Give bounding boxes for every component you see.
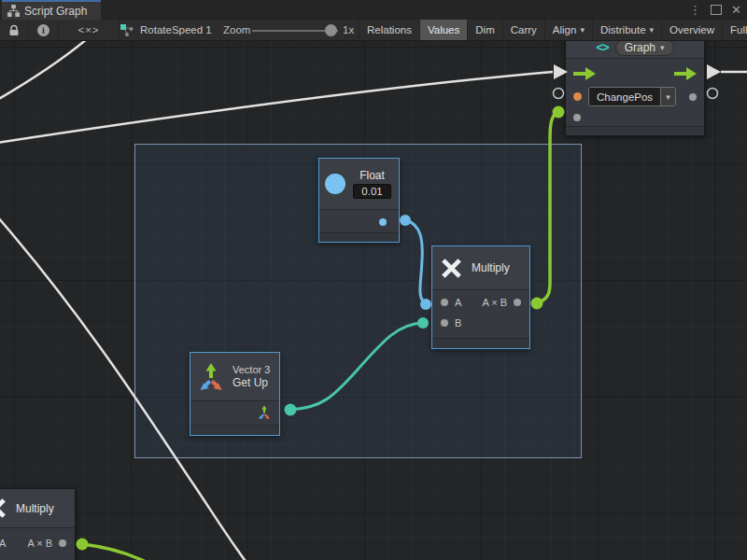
unity-script-graph-window: Script Graph ⋮ ✕ i <×> (0, 0, 747, 560)
node-multiply[interactable]: Multiply A A × B B (431, 245, 530, 349)
maximize-icon[interactable] (711, 5, 722, 15)
graph-input-port-2[interactable] (573, 114, 581, 121)
changepos-value: ChangePos (589, 88, 660, 105)
zoom-value: 1x (343, 20, 354, 40)
graph-dropdown[interactable]: Graph ▾ (615, 41, 674, 56)
chevron-down-icon: ▾ (660, 43, 665, 52)
control-output-arrow-icon[interactable] (674, 67, 697, 80)
graph-canvas[interactable]: Float 0.01 Multiply A A × B (0, 41, 747, 560)
inspect-button[interactable]: i (29, 20, 59, 40)
node-title: Float (359, 169, 385, 182)
node-graph[interactable]: <> Graph ▾ ChangePos ▾ (565, 41, 705, 136)
empty-port-ring-left (554, 89, 564, 99)
port-label-a: A (0, 538, 6, 549)
node-multiply-2[interactable]: Multiply A A × B (0, 488, 76, 560)
breadcrumb-label: RotateSpeed 1 (140, 24, 212, 35)
node-title: Get Up (233, 376, 268, 389)
multiply-icon (440, 257, 463, 280)
chevron-down-icon: ▾ (666, 92, 670, 102)
breadcrumb[interactable]: RotateSpeed 1 (120, 20, 212, 40)
empty-port-ring-right (708, 89, 718, 99)
graph-brackets-icon: <> (596, 41, 608, 54)
port-label-axb: A × B (27, 538, 52, 549)
overview-button[interactable]: Overview (661, 20, 722, 40)
tab-title: Script Graph (24, 5, 87, 18)
graph-control-out-arrowhead (707, 64, 721, 79)
port-label-a: A (455, 297, 461, 308)
zoom-label: Zoom (223, 20, 250, 40)
graph-hierarchy-icon (7, 5, 20, 17)
lock-icon (8, 24, 20, 36)
node-title: Multiply (16, 502, 54, 515)
multiply-icon (0, 497, 7, 520)
lock-button[interactable] (0, 20, 29, 40)
tab-script-graph[interactable]: Script Graph (2, 2, 101, 20)
distribute-button[interactable]: Distribute▾ (592, 20, 661, 40)
dim-button[interactable]: Dim (467, 20, 501, 40)
info-icon: i (37, 24, 49, 36)
node-footer (432, 338, 529, 348)
node-footer (566, 126, 704, 135)
wire-white-to-graph-node (0, 72, 553, 143)
node-kind-label: Vector 3 (233, 364, 270, 375)
graph-output-port[interactable] (689, 93, 697, 101)
control-input-arrow-icon[interactable] (573, 67, 596, 80)
float-type-icon (325, 174, 345, 194)
wire-white-top-left (0, 41, 93, 100)
graph-value-input-port[interactable] (573, 92, 582, 101)
graph-toolbar: i <×> RotateSpeed 1 Zoom 1x Relations Va… (0, 20, 747, 41)
multiply-input-a-port[interactable] (441, 299, 448, 306)
node-float[interactable]: Float 0.01 (318, 158, 400, 243)
code-preview-button[interactable]: <×> (59, 20, 120, 40)
tab-bar: Script Graph ⋮ ✕ (0, 0, 747, 20)
align-button[interactable]: Align▾ (544, 20, 592, 40)
relations-button[interactable]: Relations (359, 20, 419, 40)
multiply2-output-port[interactable] (59, 539, 66, 547)
code-preview-icon: <×> (78, 24, 99, 35)
multiply-output-port[interactable] (514, 299, 521, 306)
changepos-dropdown[interactable]: ChangePos ▾ (588, 87, 676, 106)
wire-end-ball (77, 539, 89, 551)
float-output-port[interactable] (379, 218, 387, 226)
values-button[interactable]: Values (419, 20, 467, 40)
node-title: Multiply (472, 261, 510, 274)
full-screen-button[interactable]: Full Screen (722, 20, 747, 40)
float-value-field[interactable]: 0.01 (353, 184, 390, 199)
port-label-b: B (455, 317, 461, 329)
more-menu-icon[interactable]: ⋮ (689, 4, 701, 16)
script-graph-asset-icon (120, 22, 134, 37)
node-footer (190, 425, 279, 435)
wire-green-bottom (82, 544, 168, 560)
node-footer (319, 232, 399, 242)
zoom-slider-handle[interactable] (325, 24, 337, 36)
node-vector3-get-up[interactable]: Vector 3 Get Up (190, 352, 280, 436)
vector3-mini-icon[interactable] (257, 405, 272, 420)
vector3-axes-icon (196, 362, 226, 392)
chevron-down-icon: ▾ (580, 25, 585, 35)
port-label-axb: A × B (482, 297, 507, 308)
carry-button[interactable]: Carry (502, 20, 544, 40)
close-icon[interactable]: ✕ (731, 4, 741, 16)
chevron-down-icon: ▾ (650, 25, 655, 35)
wire-end-ball (553, 106, 565, 119)
multiply-input-b-port[interactable] (441, 319, 448, 327)
